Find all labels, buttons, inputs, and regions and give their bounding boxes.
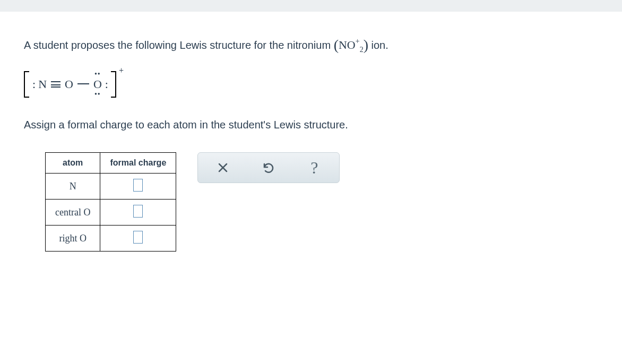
question-content: A student proposes the following Lewis s…	[0, 12, 622, 273]
o-right-bottom-dots: ••	[94, 90, 101, 99]
answer-row: atom formal charge N central O right O	[45, 152, 598, 252]
prompt-1-prefix: A student proposes the following Lewis s…	[24, 39, 334, 51]
table-row: N	[46, 174, 176, 200]
formal-charge-table: atom formal charge N central O right O	[45, 152, 176, 252]
formula-base: NO	[339, 38, 356, 51]
help-button[interactable]: ?	[291, 156, 337, 179]
charge-cell-right-o	[100, 226, 176, 252]
formula-sub: 2	[360, 46, 364, 54]
o-right-top-dots: ••	[94, 70, 101, 79]
charge-input-right-o[interactable]	[133, 231, 143, 244]
question-icon: ?	[310, 158, 318, 178]
table-row: central O	[46, 200, 176, 226]
table-header-row: atom formal charge	[46, 153, 176, 174]
x-icon	[217, 161, 229, 174]
bracket-charge: +	[119, 66, 124, 75]
close-paren: )	[364, 37, 368, 53]
nitronium-formula: (NO+2)	[334, 38, 372, 51]
lewis-structure: : N O •• O •• : +	[24, 71, 116, 98]
charge-cell-n	[100, 174, 176, 200]
atom-o-central: O	[64, 77, 74, 91]
header-atom: atom	[46, 153, 100, 174]
header-formal-charge: formal charge	[100, 153, 176, 174]
single-bond	[77, 83, 89, 84]
action-toolbar: ?	[197, 152, 340, 183]
triple-bond	[50, 81, 62, 88]
charge-cell-central-o	[100, 200, 176, 226]
atom-cell-n: N	[46, 174, 100, 200]
charge-input-central-o[interactable]	[133, 205, 143, 218]
atom-cell-central-o: central O	[46, 200, 100, 226]
table-row: right O	[46, 226, 176, 252]
prompt-1-suffix: ion.	[372, 39, 388, 51]
atom-n: N	[37, 77, 48, 91]
prompt-line-1: A student proposes the following Lewis s…	[24, 33, 598, 55]
clear-button[interactable]	[200, 156, 246, 179]
reset-button[interactable]	[246, 156, 291, 179]
o-right-lone-pair: :	[105, 77, 108, 91]
atom-o-right-label: O	[93, 77, 102, 91]
lewis-bracket: : N O •• O •• :	[24, 71, 116, 98]
undo-icon	[262, 161, 275, 174]
page-top-bar	[0, 0, 622, 12]
prompt-line-2: Assign a formal charge to each atom in t…	[24, 119, 598, 131]
atom-o-right: •• O ••	[92, 77, 103, 91]
open-paren: (	[334, 37, 339, 53]
formula-sup: +	[356, 37, 360, 45]
charge-input-n[interactable]	[133, 179, 143, 192]
atom-cell-right-o: right O	[46, 226, 100, 252]
n-left-lone-pair: :	[32, 77, 35, 91]
